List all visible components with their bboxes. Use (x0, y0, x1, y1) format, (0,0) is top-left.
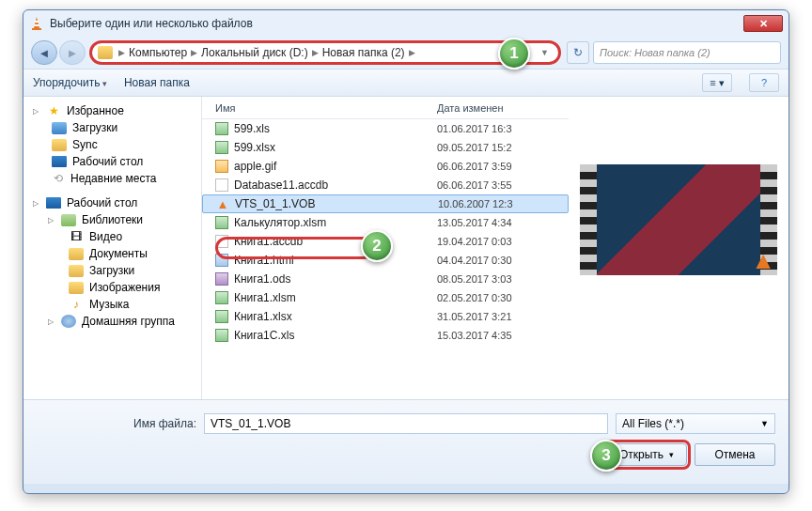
file-name: Книга1.html (234, 254, 294, 267)
file-name: Книга1.accdb (234, 235, 303, 248)
library-icon (61, 214, 76, 226)
file-row[interactable]: Книга1.xlsm02.05.2017 0:30 (202, 288, 569, 307)
sidebar-item-downloads2[interactable]: Загрузки (23, 262, 201, 279)
column-name[interactable]: Имя (202, 102, 437, 114)
music-icon: ♪ (69, 298, 84, 311)
search-placeholder: Поиск: Новая папка (2) (600, 47, 710, 58)
homegroup-icon (61, 315, 76, 328)
folder-icon (69, 265, 84, 277)
file-icon (215, 216, 228, 229)
star-icon: ★ (46, 104, 61, 117)
sidebar-item-homegroup[interactable]: ▷Домашняя группа (23, 313, 201, 330)
svg-rect-2 (35, 21, 39, 23)
sidebar-libraries-header[interactable]: ▷Библиотеки (23, 211, 201, 228)
file-date: 04.04.2017 0:30 (437, 255, 531, 266)
breadcrumb-item[interactable]: Новая папка (2) (322, 46, 405, 59)
file-icon (215, 272, 228, 286)
sidebar-item-recent[interactable]: ⟲Недавние места (23, 170, 201, 187)
chevron-right-icon: ▶ (118, 48, 125, 57)
annotation-callout-1: 1 (498, 38, 530, 70)
breadcrumb[interactable]: ▶ Компьютер ▶ Локальный диск (D:) ▶ Нова… (118, 46, 415, 59)
help-button[interactable]: ? (749, 73, 779, 92)
breadcrumb-item[interactable]: Компьютер (129, 46, 187, 59)
video-icon: 🎞 (69, 230, 84, 243)
filename-label: Имя файла: (37, 417, 196, 430)
file-row[interactable]: Калькулятор.xlsm13.05.2017 4:34 (202, 213, 569, 232)
back-button[interactable]: ◄ (31, 40, 57, 65)
column-date[interactable]: Дата изменен (437, 102, 531, 114)
annotation-callout-2: 2 (361, 230, 393, 262)
file-row[interactable]: 599.xlsx09.05.2017 15:2 (202, 138, 569, 157)
file-filter-dropdown[interactable]: All Files (*.*)▼ (616, 413, 775, 434)
sidebar-desktop-header[interactable]: ▷Рабочий стол (23, 194, 201, 211)
file-row[interactable]: ▲VTS_01_1.VOB10.06.2007 12:3 (202, 194, 569, 213)
file-icon (215, 235, 228, 248)
recent-icon: ⟲ (52, 172, 65, 185)
file-name: Книга1C.xls (234, 329, 294, 342)
sidebar-item-downloads[interactable]: Загрузки (23, 119, 201, 136)
file-date: 31.05.2017 3:21 (437, 311, 531, 322)
chevron-down-icon[interactable]: ▼ (537, 48, 553, 57)
file-dialog: Выберите один или несколько файлов ✕ ◄ ►… (23, 9, 789, 494)
sidebar-item-video[interactable]: 🎞Видео (23, 228, 201, 245)
column-headers[interactable]: Имя Дата изменен (202, 97, 569, 119)
file-name: Database11.accdb (234, 178, 328, 192)
sidebar-favorites-header[interactable]: ▷★Избранное (23, 102, 201, 119)
refresh-button[interactable]: ↻ (567, 41, 589, 64)
view-options-button[interactable]: ≡ ▾ (702, 73, 732, 92)
sidebar-item-documents[interactable]: Документы (23, 245, 201, 262)
file-date: 19.04.2017 0:03 (437, 236, 531, 247)
file-date: 15.03.2017 4:35 (437, 330, 531, 341)
file-name: 599.xls (234, 122, 270, 135)
new-folder-button[interactable]: Новая папка (124, 76, 190, 89)
file-icon (215, 254, 228, 267)
svg-rect-1 (32, 28, 41, 30)
file-row[interactable]: Книга1C.xls15.03.2017 4:35 (202, 326, 569, 345)
desktop-icon (52, 156, 67, 167)
desktop-icon (46, 197, 61, 209)
svg-rect-3 (34, 24, 39, 26)
sidebar-item-music[interactable]: ♪Музыка (23, 296, 201, 313)
chevron-down-icon: ▼ (760, 419, 769, 428)
folder-icon (52, 139, 67, 151)
file-date: 06.06.2017 3:55 (437, 179, 531, 191)
organize-menu[interactable]: Упорядочить (33, 76, 107, 89)
file-date: 08.05.2017 3:03 (437, 273, 531, 285)
chevron-right-icon: ▶ (191, 48, 197, 57)
file-icon (215, 141, 228, 154)
file-row[interactable]: Database11.accdb06.06.2017 3:55 (202, 176, 569, 194)
chevron-right-icon: ▶ (409, 48, 415, 57)
file-icon (215, 160, 228, 173)
folder-icon (52, 122, 67, 134)
close-button[interactable]: ✕ (743, 15, 783, 32)
file-row[interactable]: 599.xls01.06.2017 16:3 (202, 119, 569, 138)
file-row[interactable]: apple.gif06.06.2017 3:59 (202, 157, 569, 176)
sidebar-item-images[interactable]: Изображения (23, 279, 201, 296)
file-name: apple.gif (234, 160, 276, 173)
file-row[interactable]: Книга1.ods08.05.2017 3:03 (202, 270, 569, 288)
annotation-callout-3: 3 (590, 440, 622, 472)
filename-input[interactable] (204, 413, 608, 434)
forward-button[interactable]: ► (59, 40, 86, 65)
titlebar: Выберите один или несколько файлов ✕ (23, 10, 789, 37)
breadcrumb-item[interactable]: Локальный диск (D:) (201, 46, 308, 59)
file-name: 599.xlsx (234, 141, 275, 154)
folder-icon (69, 282, 84, 294)
file-name: Книга1.xlsm (234, 291, 296, 304)
file-row[interactable]: Книга1.xlsx31.05.2017 3:21 (202, 307, 569, 326)
cancel-button[interactable]: Отмена (695, 443, 775, 466)
file-icon (215, 329, 228, 342)
folder-icon (69, 248, 84, 260)
file-date: 13.05.2017 4:34 (437, 217, 531, 228)
file-name: VTS_01_1.VOB (235, 197, 315, 210)
search-input[interactable]: Поиск: Новая папка (2) (593, 41, 781, 64)
address-bar[interactable]: ▶ Компьютер ▶ Локальный диск (D:) ▶ Нова… (89, 40, 561, 65)
file-name: Книга1.ods (234, 272, 290, 286)
file-date: 06.06.2017 3:59 (437, 161, 531, 172)
vlc-cone-icon: ▲ (751, 246, 775, 275)
chevron-right-icon: ▶ (312, 48, 319, 57)
sidebar-item-desktop[interactable]: Рабочий стол (23, 153, 201, 170)
sidebar-item-sync[interactable]: Sync (23, 136, 201, 153)
file-icon: ▲ (216, 197, 229, 210)
file-icon (215, 122, 228, 135)
